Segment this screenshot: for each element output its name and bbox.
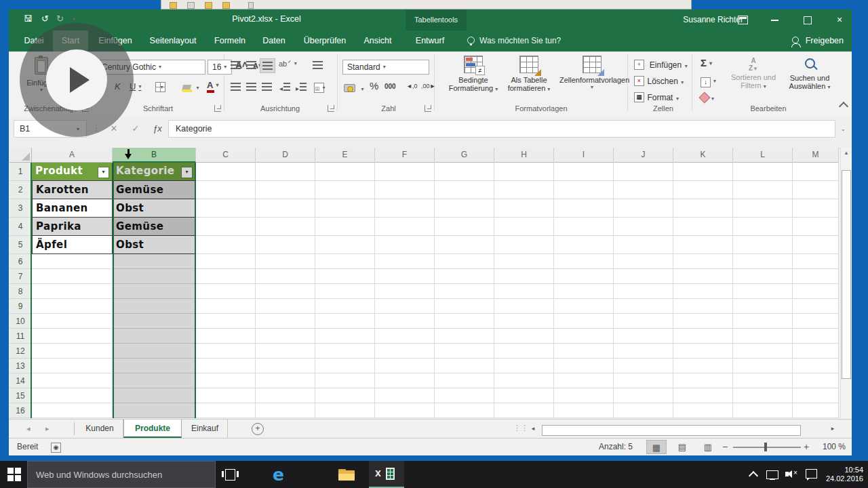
grid-cell[interactable]	[32, 299, 113, 314]
grid-cell[interactable]	[733, 163, 793, 181]
grid-cell[interactable]	[375, 359, 435, 373]
grid-cell[interactable]	[554, 218, 614, 236]
grid-cell[interactable]	[554, 359, 614, 373]
tab-split-handle[interactable]: ⋮⋮	[513, 424, 528, 432]
grid-cell[interactable]	[494, 284, 554, 299]
grid-cell[interactable]	[793, 344, 839, 359]
row-header-3[interactable]: 3	[9, 199, 32, 218]
grid-cell[interactable]	[793, 236, 839, 254]
grid-cell[interactable]	[256, 388, 315, 403]
grid-cell[interactable]	[113, 373, 196, 388]
grid-cell[interactable]	[435, 218, 494, 236]
row-header-13[interactable]: 13	[9, 359, 32, 373]
grid-cell[interactable]	[196, 181, 256, 199]
grid-cell[interactable]	[554, 314, 614, 329]
table-cell[interactable]: Äpfel	[32, 236, 113, 254]
table-cell[interactable]: Karotten	[32, 181, 113, 199]
grid-cell[interactable]	[315, 236, 375, 254]
grid-cell[interactable]	[614, 314, 673, 329]
grid-cell[interactable]	[196, 388, 256, 403]
grid-cell[interactable]	[435, 163, 494, 181]
grid-cell[interactable]	[315, 359, 375, 373]
table-cell[interactable]: Bananen	[32, 199, 113, 218]
grid-cell[interactable]	[113, 344, 196, 359]
grid-cell[interactable]	[256, 181, 315, 199]
grid-cell[interactable]	[315, 403, 375, 418]
grid-cell[interactable]	[315, 373, 375, 388]
grid-cell[interactable]	[375, 373, 435, 388]
tray-expand-icon[interactable]	[749, 471, 758, 481]
column-header-g[interactable]: G	[435, 148, 494, 163]
grid-cell[interactable]	[494, 299, 554, 314]
grid-cell[interactable]	[733, 218, 793, 236]
row-header-6[interactable]: 6	[9, 254, 32, 269]
grid-cell[interactable]	[435, 373, 494, 388]
grid-cell[interactable]	[375, 199, 435, 218]
grid-cell[interactable]	[113, 403, 196, 418]
grid-cell[interactable]	[113, 299, 196, 314]
grid-cell[interactable]	[315, 388, 375, 403]
grid-cell[interactable]	[435, 388, 494, 403]
grid-cell[interactable]	[256, 314, 315, 329]
grid-cell[interactable]	[256, 236, 315, 254]
grid-cell[interactable]	[793, 359, 839, 373]
network-icon[interactable]	[766, 470, 778, 479]
grid-cell[interactable]	[196, 218, 256, 236]
table-cell[interactable]: Obst	[113, 199, 196, 218]
grid-cell[interactable]	[793, 218, 839, 236]
grid-cell[interactable]	[256, 344, 315, 359]
sheet-tab-produkte[interactable]: Produkte	[123, 420, 182, 438]
grid-cell[interactable]	[256, 329, 315, 344]
grid-cell[interactable]	[196, 314, 256, 329]
grid-cell[interactable]	[554, 254, 614, 269]
table-cell[interactable]: Gemüse	[113, 218, 196, 236]
row-header-12[interactable]: 12	[9, 344, 32, 359]
grid-cell[interactable]	[113, 359, 196, 373]
grid-cell[interactable]	[494, 344, 554, 359]
file-explorer-icon[interactable]	[338, 469, 355, 481]
select-all-corner[interactable]	[9, 148, 32, 163]
grid-cell[interactable]	[494, 403, 554, 418]
sheet-tab-einkauf[interactable]: Einkauf	[182, 420, 228, 438]
row-header-10[interactable]: 10	[9, 314, 32, 329]
start-button[interactable]	[7, 468, 21, 481]
grid-cell[interactable]	[673, 388, 733, 403]
grid-cell[interactable]	[733, 236, 793, 254]
grid-cell[interactable]	[554, 388, 614, 403]
grid-cell[interactable]	[554, 199, 614, 218]
grid-cell[interactable]	[435, 359, 494, 373]
grid-cell[interactable]	[793, 403, 839, 418]
grid-cell[interactable]	[113, 388, 196, 403]
grid-cell[interactable]	[733, 254, 793, 269]
grid-cell[interactable]	[793, 199, 839, 218]
column-header-m[interactable]: M	[793, 148, 839, 163]
grid-cell[interactable]	[733, 181, 793, 199]
grid-cell[interactable]	[673, 359, 733, 373]
column-header-k[interactable]: K	[673, 148, 733, 163]
grid-cell[interactable]	[32, 329, 113, 344]
grid-cell[interactable]	[673, 269, 733, 284]
sheet-tab-kunden[interactable]: Kunden	[77, 420, 123, 438]
grid-cell[interactable]	[733, 403, 793, 418]
vertical-scroll-thumb[interactable]	[842, 170, 851, 379]
row-header-15[interactable]: 15	[9, 388, 32, 403]
grid-cell[interactable]	[733, 284, 793, 299]
grid-cell[interactable]	[32, 269, 113, 284]
grid-cell[interactable]	[494, 163, 554, 181]
zoom-in-icon[interactable]: +	[804, 441, 809, 452]
grid-cell[interactable]	[375, 218, 435, 236]
grid-cell[interactable]	[614, 163, 673, 181]
grid-cell[interactable]	[256, 359, 315, 373]
row-header-14[interactable]: 14	[9, 373, 32, 388]
grid-cell[interactable]	[113, 269, 196, 284]
grid-cell[interactable]	[315, 344, 375, 359]
grid-cell[interactable]	[113, 329, 196, 344]
grid-cell[interactable]	[32, 403, 113, 418]
grid-cell[interactable]	[614, 218, 673, 236]
row-header-16[interactable]: 16	[9, 403, 32, 418]
grid-cell[interactable]	[315, 269, 375, 284]
grid-cell[interactable]	[32, 314, 113, 329]
grid-cell[interactable]	[435, 284, 494, 299]
grid-cell[interactable]	[375, 388, 435, 403]
grid-cell[interactable]	[673, 218, 733, 236]
